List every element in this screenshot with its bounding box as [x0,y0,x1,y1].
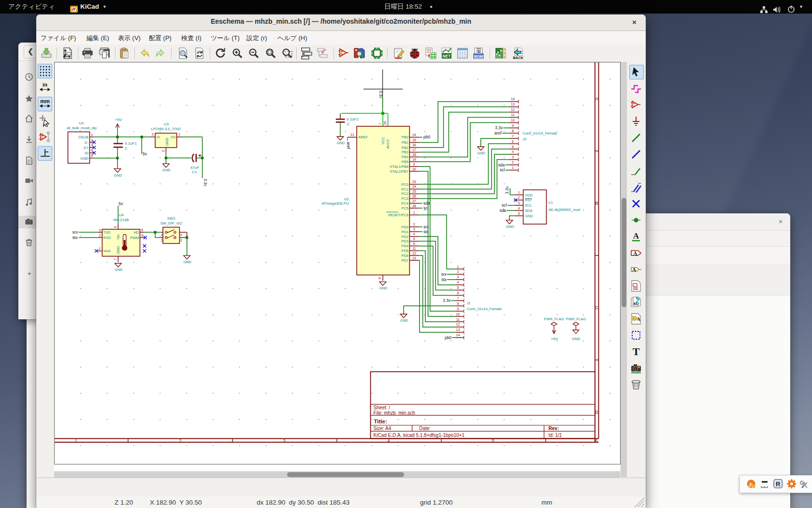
svg-text:PC2: PC2 [401,192,408,196]
svg-text:Rev:: Rev: [549,426,559,431]
svg-text:13: 13 [412,256,416,260]
svg-text:GND: GND [165,137,169,146]
svg-text:20: 20 [383,121,387,125]
svg-text:12: 12 [456,323,460,326]
svg-text:srx: srx [441,272,447,277]
svg-text:26: 26 [412,194,416,198]
svg-text:6: 6 [457,291,459,295]
svg-text:7: 7 [114,258,117,260]
svg-text:A: A [633,250,638,257]
svg-text:Conn_01x14_Female: Conn_01x14_Female [467,307,502,311]
svg-text:Vout: Vout [103,249,111,253]
svg-text:8: 8 [457,302,459,305]
svg-text:TXD: TXD [103,230,111,235]
svg-text:19: 19 [412,158,416,161]
svg-text:D-: D- [85,140,88,145]
svg-text:3: 3 [518,201,520,205]
svg-text:3.3v: 3.3v [505,186,509,194]
svg-text:0.1uF2: 0.1uF2 [347,117,359,121]
svg-text:GND: GND [506,224,514,229]
svg-text:13: 13 [511,103,515,106]
svg-text:1: 1 [74,438,77,443]
svg-text:10: 10 [456,313,460,316]
svg-text:6: 6 [413,242,415,245]
svg-text:A: A [637,316,640,322]
svg-text:GND: GND [80,156,88,161]
svg-text:D: D [595,410,599,415]
svg-text:C: C [125,146,128,150]
svg-text:U2: U2 [344,197,349,201]
svg-text:28: 28 [412,204,416,208]
svg-text:GND: GND [572,337,580,341]
svg-text:2: 2 [161,150,165,152]
svg-text:sda: sda [499,208,506,213]
svg-text:R: R [776,480,781,488]
svg-text:12: 12 [412,252,416,255]
svg-text:srx: srx [72,230,78,235]
svg-text:GND: GND [379,286,388,290]
svg-text:14: 14 [456,333,460,337]
svg-text:$: $ [478,49,480,53]
svg-text:T: T [633,345,640,358]
svg-text:aref: aref [494,131,502,135]
svg-text:12: 12 [511,108,515,111]
svg-text:sda: sda [423,201,430,206]
svg-text:2: 2 [99,234,101,237]
svg-text:21: 21 [350,133,354,136]
svg-text:Title:: Title: [374,418,387,424]
svg-text:VCC: VCC [381,136,385,144]
svg-text:5: 5 [518,212,520,215]
svg-text:4: 4 [180,233,182,237]
svg-text:14: 14 [412,133,416,136]
svg-text:PC1: PC1 [401,187,408,192]
svg-text:PD3: PD3 [401,239,408,243]
svg-text:A: A [595,96,598,101]
svg-text:AVCC: AVCC [386,138,390,149]
svg-text:9: 9 [512,124,514,127]
svg-text:XTAL2/PB7: XTAL2/PB7 [390,169,408,174]
svg-text:27: 27 [412,199,416,203]
svg-text:pb0: pb0 [423,134,430,139]
svg-text:PWR_FLAG: PWR_FLAG [566,317,586,321]
svg-text:PB4: PB4 [402,155,408,159]
svg-text:HD: HD [134,230,139,235]
svg-text:Vin: Vin [116,235,120,240]
svg-text:2: 2 [413,223,415,226]
svg-text:2: 2 [512,161,514,164]
svg-text:RXD: RXD [103,236,111,240]
svg-text:aref: aref [346,142,351,149]
svg-text:10: 10 [412,167,416,171]
svg-text:7: 7 [457,297,459,300]
svg-text:47uF: 47uF [190,165,199,170]
svg-text:5: 5 [512,145,514,149]
svg-text:L1: L1 [549,200,553,205]
svg-text:PC4: PC4 [401,201,408,206]
svg-text:Sheet: /: Sheet: / [374,405,391,410]
svg-text:J1: J1 [466,301,471,305]
svg-text:U1: U1 [79,121,84,125]
svg-text:VI: VI [157,135,160,139]
svg-text:all_bulk_musb_dip: all_bulk_musb_dip [67,126,97,130]
svg-text:B: B [595,201,598,206]
svg-text:3.3v: 3.3v [443,298,451,303]
svg-text:C: C [595,305,599,310]
svg-text:5v: 5v [143,151,147,156]
svg-text:1: 1 [518,191,520,194]
svg-text:4: 4 [457,281,459,284]
svg-text:Conn_01x14_Female: Conn_01x14_Female [522,131,557,135]
svg-text:stx: stx [72,235,78,240]
svg-text:1: 1 [91,133,93,136]
svg-text:VO: VO [171,135,176,139]
svg-text:PD4: PD4 [401,244,408,248]
svg-text:MH-Z19B: MH-Z19B [113,218,129,222]
svg-text:pb0: pb0 [445,335,451,340]
svg-text:PC5: PC5 [401,206,408,210]
svg-text:3.3v: 3.3v [203,179,208,187]
svg-text:2: 2 [518,196,520,199]
svg-text:PWR_FLAG: PWR_FLAG [544,317,564,321]
svg-text:3: 3 [152,133,154,136]
svg-text:1: 1 [512,166,514,169]
svg-text:RESET/PC6: RESET/PC6 [388,213,408,217]
svg-text:GND: GND [114,173,122,178]
svg-text:sda: sda [498,163,505,167]
